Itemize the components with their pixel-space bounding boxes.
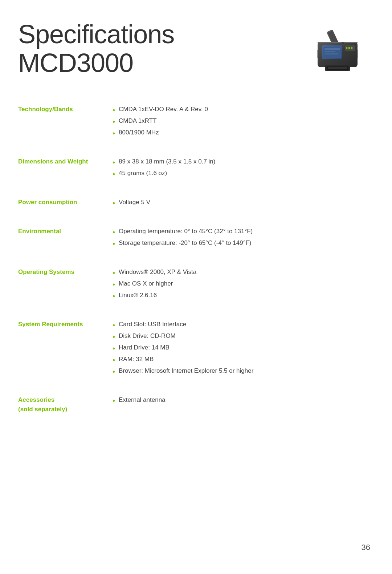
- bullet-item: • CMDA 1xRTT: [113, 116, 374, 127]
- bullet-dot: •: [113, 395, 115, 406]
- bullet-text: Card Slot: USB Interface: [119, 320, 186, 329]
- bullet-item: • Linux® 2.6.16: [113, 291, 374, 302]
- bullet-text: CMDA 1xRTT: [119, 116, 157, 126]
- bullet-text: External antenna: [119, 395, 166, 405]
- bullet-item: • Hard Drive: 14 MB: [113, 343, 374, 354]
- spec-row-environmental: Environmental • Operating temperature: 0…: [18, 220, 374, 256]
- bullet-dot: •: [113, 343, 115, 354]
- bullet-dot: •: [113, 366, 115, 377]
- bullet-item: • Voltage 5 V: [113, 198, 374, 209]
- spec-row-dimensions: Dimensions and Weight • 89 x 38 x 18 mm …: [18, 150, 374, 187]
- bullet-item: • 800/1900 MHz: [113, 128, 374, 139]
- bullet-item: • Disk Drive: CD-ROM: [113, 331, 374, 342]
- bullet-dot: •: [113, 291, 115, 302]
- bullet-dot: •: [113, 279, 115, 290]
- values-os: • Windows® 2000, XP & Vista • Mac OS X o…: [113, 267, 374, 302]
- spec-row-accessories: Accessories (sold separately) • External…: [18, 389, 374, 420]
- bullet-text: Disk Drive: CD-ROM: [119, 331, 176, 341]
- bullet-dot: •: [113, 320, 115, 331]
- bullet-item: • External antenna: [113, 395, 374, 406]
- svg-point-11: [348, 47, 350, 49]
- spec-row-power: Power consumption • Voltage 5 V: [18, 191, 374, 216]
- bullet-text: Linux® 2.6.16: [119, 291, 157, 300]
- bullet-text: 800/1900 MHz: [119, 128, 159, 137]
- bullet-dot: •: [113, 331, 115, 342]
- bullet-dot: •: [113, 238, 115, 249]
- bullet-dot: •: [113, 105, 115, 116]
- values-sysreq: • Card Slot: USB Interface • Disk Drive:…: [113, 320, 374, 378]
- bullet-text: 45 grams (1.6 oz): [119, 169, 167, 178]
- label-sysreq: System Requirements: [18, 320, 113, 329]
- bullet-dot: •: [113, 169, 115, 179]
- svg-rect-15: [328, 67, 347, 69]
- bullet-item: • Mac OS X or higher: [113, 279, 374, 290]
- values-technology: • CMDA 1xEV-DO Rev. A & Rev. 0 • CMDA 1x…: [113, 105, 374, 140]
- values-power: • Voltage 5 V: [113, 198, 374, 209]
- bullet-text: Storage temperature: -20° to 65°C (-4° t…: [119, 238, 251, 248]
- values-dimensions: • 89 x 38 x 18 mm (3.5 x 1.5 x 0.7 in) •…: [113, 157, 374, 180]
- device-image: [301, 22, 374, 80]
- bullet-dot: •: [113, 157, 115, 168]
- bullet-text: Mac OS X or higher: [119, 279, 173, 288]
- bullet-item: • 45 grams (1.6 oz): [113, 169, 374, 179]
- bullet-text: RAM: 32 MB: [119, 355, 154, 364]
- svg-point-10: [346, 47, 348, 49]
- bullet-item: • Browser: Microsoft Internet Explorer 5…: [113, 366, 374, 377]
- svg-point-12: [351, 47, 353, 49]
- bullet-item: • RAM: 32 MB: [113, 355, 374, 365]
- bullet-item: • Windows® 2000, XP & Vista: [113, 267, 374, 278]
- bullet-item: • CMDA 1xEV-DO Rev. A & Rev. 0: [113, 105, 374, 116]
- bullet-text: Hard Drive: 14 MB: [119, 343, 170, 352]
- bullet-item: • Card Slot: USB Interface: [113, 320, 374, 331]
- label-technology: Technology/Bands: [18, 105, 113, 114]
- bullet-item: • 89 x 38 x 18 mm (3.5 x 1.5 x 0.7 in): [113, 157, 374, 168]
- bullet-dot: •: [113, 198, 115, 209]
- page-subtitle: MCD3000: [18, 49, 174, 77]
- spec-row-technology: Technology/Bands • CMDA 1xEV-DO Rev. A &…: [18, 98, 374, 146]
- bullet-text: Voltage 5 V: [119, 198, 150, 207]
- values-accessories: • External antenna: [113, 395, 374, 407]
- bullet-text: 89 x 38 x 18 mm (3.5 x 1.5 x 0.7 in): [119, 157, 215, 166]
- bullet-dot: •: [113, 116, 115, 127]
- svg-rect-7: [324, 51, 335, 52]
- values-environmental: • Operating temperature: 0° to 45°C (32°…: [113, 227, 374, 250]
- specs-table: Technology/Bands • CMDA 1xEV-DO Rev. A &…: [18, 98, 374, 420]
- label-dimensions: Dimensions and Weight: [18, 157, 113, 166]
- svg-point-19: [342, 43, 344, 45]
- bullet-item: • Operating temperature: 0° to 45°C (32°…: [113, 227, 374, 238]
- label-accessories: Accessories (sold separately): [18, 395, 113, 414]
- svg-rect-8: [324, 53, 338, 54]
- bullet-text: Operating temperature: 0° to 45°C (32° t…: [119, 227, 253, 236]
- bullet-text: CMDA 1xEV-DO Rev. A & Rev. 0: [119, 105, 208, 114]
- page-title: Specifications: [18, 20, 174, 49]
- bullet-dot: •: [113, 267, 115, 278]
- bullet-dot: •: [113, 128, 115, 139]
- title-block: Specifications MCD3000: [18, 20, 174, 77]
- label-os: Operating Systems: [18, 267, 113, 277]
- page-container: Specifications MCD3000: [0, 0, 392, 449]
- svg-rect-3: [318, 42, 358, 43]
- header-section: Specifications MCD3000: [18, 20, 374, 80]
- bullet-item: • Storage temperature: -20° to 65°C (-4°…: [113, 238, 374, 249]
- label-power: Power consumption: [18, 198, 113, 207]
- bullet-dot: •: [113, 355, 115, 365]
- label-environmental: Environmental: [18, 227, 113, 236]
- bullet-dot: •: [113, 227, 115, 238]
- bullet-text: Browser: Microsoft Internet Explorer 5.5…: [119, 366, 253, 376]
- spec-row-os: Operating Systems • Windows® 2000, XP & …: [18, 261, 374, 309]
- spec-row-sysreq: System Requirements • Card Slot: USB Int…: [18, 313, 374, 384]
- svg-rect-6: [324, 48, 340, 50]
- bullet-text: Windows® 2000, XP & Vista: [119, 267, 196, 277]
- page-number: 36: [362, 543, 370, 552]
